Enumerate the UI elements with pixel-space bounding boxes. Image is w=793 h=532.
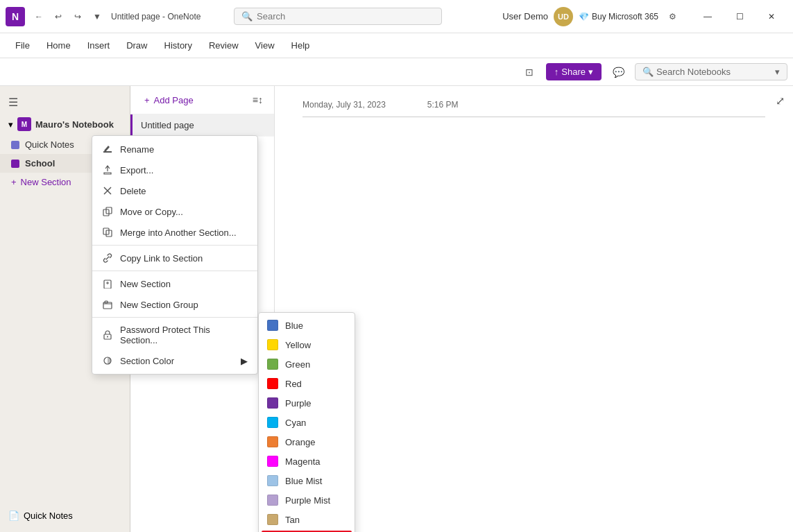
menubar: File Home Insert Draw History Review Vie… xyxy=(0,33,793,58)
menu-insert[interactable]: Insert xyxy=(80,37,117,53)
new-section-group-icon xyxy=(102,299,113,310)
search-icon: 🔍 xyxy=(241,11,253,22)
minimize-button[interactable]: — xyxy=(692,6,724,28)
ctx-copy-link[interactable]: Copy Link to Section xyxy=(92,248,257,268)
menu-home[interactable]: Home xyxy=(40,37,78,53)
ctx-password-protect-label: Password Protect This Section... xyxy=(120,325,248,345)
color-label-orange: Orange xyxy=(285,437,315,447)
window-controls-left: ← ↩ ↪ ▼ xyxy=(31,8,105,25)
ctx-rename[interactable]: Rename xyxy=(92,139,257,160)
color-submenu: Blue Yellow Green Red Purple Cyan Orange… xyxy=(258,312,355,532)
rename-icon xyxy=(102,144,113,155)
menu-view[interactable]: View xyxy=(248,37,282,53)
color-item-yellow[interactable]: Yellow xyxy=(259,335,355,354)
menu-file[interactable]: File xyxy=(8,37,37,53)
svg-point-13 xyxy=(107,336,108,338)
redo-button[interactable]: ↪ xyxy=(69,8,86,25)
plus-icon: + xyxy=(11,177,17,187)
onenote-logo: N xyxy=(6,7,25,26)
menu-review[interactable]: Review xyxy=(202,37,246,53)
menu-help[interactable]: Help xyxy=(284,37,317,53)
search-notebooks-box[interactable]: 🔍 Search Notebooks ▾ xyxy=(635,63,787,80)
window-controls: — ☐ ✕ xyxy=(692,6,787,28)
maximize-button[interactable]: ☐ xyxy=(724,6,756,28)
color-swatch-purple-mist xyxy=(267,495,278,506)
color-item-purple[interactable]: Purple xyxy=(259,393,355,413)
color-swatch-blue xyxy=(267,320,278,331)
search-input[interactable] xyxy=(257,11,434,22)
undo-button[interactable]: ↩ xyxy=(50,8,67,25)
context-menu: Rename Export... Delete Move or Copy... … xyxy=(92,135,258,375)
ctx-move-copy[interactable]: Move or Copy... xyxy=(92,201,257,222)
quick-notes-bottom[interactable]: 📄 Quick Notes xyxy=(0,505,130,526)
buy-microsoft-button[interactable]: 💎 Buy Microsoft 365 xyxy=(579,12,658,22)
settings-icon[interactable]: ⚙ xyxy=(664,8,681,25)
ctx-section-color-left: Section Color xyxy=(102,355,174,366)
ctx-merge-label: Merge into Another Section... xyxy=(120,228,237,238)
add-page-icon: + xyxy=(144,95,150,105)
color-label-purple: Purple xyxy=(285,398,312,409)
add-page-button[interactable]: + Add Page xyxy=(136,89,202,111)
notebook-icon: M xyxy=(17,117,31,131)
color-swatch-cyan xyxy=(267,417,278,428)
note-meta: Monday, July 31, 2023 5:16 PM xyxy=(302,100,765,117)
menu-history[interactable]: History xyxy=(157,37,199,53)
share-button[interactable]: ↑ Share ▾ xyxy=(546,63,602,80)
ctx-password-protect[interactable]: Password Protect This Section... xyxy=(92,320,257,350)
ctx-separator-1 xyxy=(92,245,257,246)
ctx-section-color[interactable]: Section Color ▶ xyxy=(92,350,257,371)
search-box[interactable]: 🔍 xyxy=(234,8,442,25)
new-section-label: New Section xyxy=(21,177,71,187)
ctx-new-section-group[interactable]: New Section Group xyxy=(92,294,257,315)
avatar[interactable]: UD xyxy=(554,7,573,26)
notebook-header[interactable]: ▾ M Mauro's Notebook xyxy=(0,113,130,135)
close-button[interactable]: ✕ xyxy=(756,6,787,28)
color-item-orange[interactable]: Orange xyxy=(259,432,355,452)
toolbar: ⊡ ↑ Share ▾ 💬 🔍 Search Notebooks ▾ xyxy=(0,58,793,86)
ctx-separator-3 xyxy=(92,317,257,318)
expand-button[interactable]: ⤢ xyxy=(776,94,785,108)
note-date: Monday, July 31, 2023 xyxy=(302,100,386,110)
color-item-purple-mist[interactable]: Purple Mist xyxy=(259,490,355,510)
submenu-arrow-icon: ▶ xyxy=(241,356,248,366)
color-swatch-yellow xyxy=(267,339,278,350)
color-item-cyan[interactable]: Cyan xyxy=(259,413,355,432)
window-title: Untitled page - OneNote xyxy=(111,12,201,22)
add-page-row: + Add Page ≡↕ xyxy=(130,86,274,114)
ctx-new-section-group-label: New Section Group xyxy=(120,300,198,310)
color-swatch-red xyxy=(267,378,278,389)
color-item-red[interactable]: Red xyxy=(259,374,355,393)
sort-button[interactable]: ≡↕ xyxy=(247,89,268,111)
ctx-export-label: Export... xyxy=(120,165,153,175)
full-page-view-button[interactable]: ⊡ xyxy=(518,61,540,83)
search-notebooks-dropdown-icon: ▾ xyxy=(775,67,780,77)
color-item-green[interactable]: Green xyxy=(259,354,355,374)
svg-rect-10 xyxy=(103,302,112,309)
color-item-blue-mist[interactable]: Blue Mist xyxy=(259,471,355,490)
svg-rect-0 xyxy=(103,151,112,153)
color-label-blue: Blue xyxy=(285,320,303,331)
ctx-move-copy-label: Move or Copy... xyxy=(120,207,183,217)
quicknotes-dot xyxy=(11,141,19,149)
menu-draw[interactable]: Draw xyxy=(119,37,154,53)
color-label-red: Red xyxy=(285,379,302,389)
ctx-copy-link-label: Copy Link to Section xyxy=(120,253,203,264)
color-swatch-magenta xyxy=(267,456,278,467)
color-item-blue[interactable]: Blue xyxy=(259,316,355,335)
color-item-tan[interactable]: Tan xyxy=(259,510,355,529)
hamburger-button[interactable]: ☰ xyxy=(0,92,130,113)
color-swatch-blue-mist xyxy=(267,475,278,486)
back-button[interactable]: ← xyxy=(31,8,47,25)
ctx-new-section-label: New Section xyxy=(120,279,171,289)
ctx-delete[interactable]: Delete xyxy=(92,180,257,201)
search-notebooks-icon: 🔍 xyxy=(642,67,654,77)
ctx-export[interactable]: Export... xyxy=(92,160,257,180)
page-item-untitled[interactable]: Untitled page xyxy=(130,114,274,137)
ctx-new-section[interactable]: New Section xyxy=(92,273,257,294)
color-label-green: Green xyxy=(285,359,310,370)
customize-button[interactable]: ▼ xyxy=(89,8,105,25)
quicknotes-label: Quick Notes xyxy=(25,139,74,150)
ctx-merge[interactable]: Merge into Another Section... xyxy=(92,222,257,243)
color-item-magenta[interactable]: Magenta xyxy=(259,452,355,471)
comment-button[interactable]: 💬 xyxy=(607,61,629,83)
